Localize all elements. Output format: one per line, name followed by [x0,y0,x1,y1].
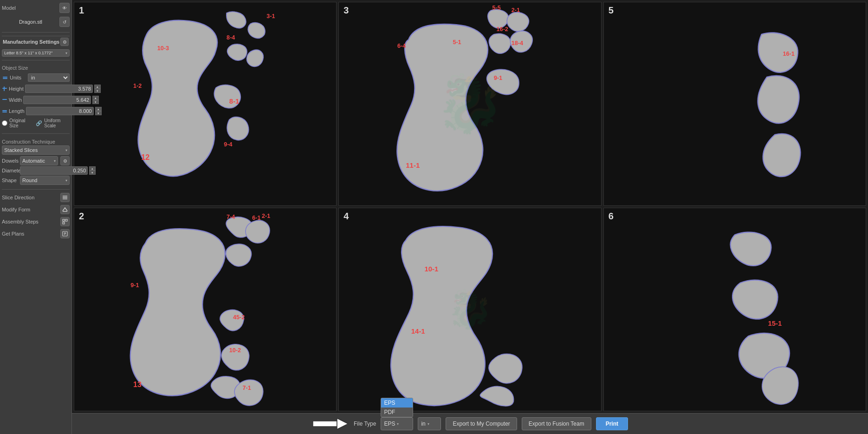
svg-rect-45 [313,421,337,427]
svg-text:12: 12 [141,153,149,161]
width-spin-up[interactable]: ▴ [92,96,99,100]
length-spin-down[interactable]: ▾ [95,111,102,115]
diameter-row: Diameter ▴ ▾ [2,166,70,175]
dowels-label: Dowels [2,158,19,164]
svg-text:18-4: 18-4 [512,40,523,46]
arrow-indicator [312,414,349,433]
model-row: Model 👁 [2,3,70,13]
file-type-label: File Type [354,421,376,427]
svg-text:10-2: 10-2 [229,347,241,354]
model-filename: Dragon.stl [2,19,59,25]
original-size-radio[interactable] [2,120,7,126]
modify-form-btn[interactable] [60,205,70,214]
dowels-dropdown[interactable]: Automatic ▾ [20,156,58,165]
canvas-panel-6[interactable]: 6 15-1 [603,208,866,412]
canvas-panel-3[interactable]: 3 🐉 5-5 2-1 16-2 6-4 5-1 18-4 11-1 9-1 [338,2,601,206]
gear-icon: ⚙ [63,39,67,45]
length-input[interactable] [26,107,94,115]
svg-text:13: 13 [133,380,142,388]
svg-rect-6 [2,112,7,112]
svg-marker-46 [337,418,348,429]
panel-5-svg: 16-1 [604,2,866,205]
file-type-chevron: ▾ [397,422,399,426]
diameter-spin-down[interactable]: ▾ [89,171,96,175]
width-row: Width ▴ ▾ [2,96,70,104]
units-select[interactable]: in mm cm [28,73,70,82]
diameter-input[interactable] [20,166,88,175]
dowels-chevron: ▾ [54,159,56,163]
file-type-dropdown[interactable]: EPS ▾ EPS PDF [381,417,413,430]
construction-section: Construction Technique Stacked Slices ▾ … [2,139,70,186]
mfg-dropdown-value: Letter 8.5" x 11" x 0.1772" [4,51,52,55]
construction-title: Construction Technique [2,139,70,145]
divider-3 [2,133,70,134]
svg-text:16-1: 16-1 [783,51,794,57]
unit-dropdown[interactable]: in ▾ [418,417,441,430]
canvas-panel-5[interactable]: 5 16-1 [603,2,866,206]
svg-text:14-1: 14-1 [411,327,425,335]
height-label: Height [9,86,24,92]
file-type-pdf[interactable]: PDF [381,408,413,417]
panel-6-svg: 15-1 [604,208,866,411]
height-spin-up[interactable]: ▴ [94,85,101,89]
uniform-scale-label: Uniform Scale [44,118,70,128]
height-input[interactable] [25,85,93,93]
stacked-slices-dropdown[interactable]: Stacked Slices ▾ [2,145,70,155]
panel-1-svg: 3-1 10-3 8-4 8-1 12 9-4 1-2 [74,2,336,205]
mfg-dropdown[interactable]: Letter 8.5" x 11" x 0.1772" ▾ [2,49,70,57]
mfg-settings-gear[interactable]: ⚙ [60,38,69,46]
svg-text:9-1: 9-1 [494,75,502,81]
dowels-settings-btn[interactable]: ⚙ [60,156,70,165]
assembly-steps-label: Assembly Steps [2,219,59,224]
assembly-steps-btn[interactable] [60,217,70,226]
get-plans-btn[interactable] [60,229,70,238]
canvas-panel-1[interactable]: 1 3-1 10-3 8-4 8-1 12 9-4 1-2 [74,2,337,206]
svg-text:3-1: 3-1 [266,13,275,20]
dowels-row: Dowels Automatic ▾ ⚙ [2,156,70,165]
print-btn[interactable]: Print [596,417,628,430]
scale-row: Original Size 🔗 Uniform Scale [2,118,70,128]
svg-text:8-1: 8-1 [229,97,240,105]
export-computer-btn[interactable]: Export to My Computer [446,417,517,430]
slice-direction-label: Slice Direction [2,195,59,200]
file-type-btn[interactable]: EPS ▾ [381,417,413,430]
slice-direction-btn[interactable] [60,193,70,202]
panel-6-number: 6 [609,211,614,222]
svg-text:5-1: 5-1 [453,39,461,46]
svg-rect-11 [63,219,65,221]
length-spin-up[interactable]: ▴ [95,107,102,111]
length-spinner: ▴ ▾ [95,107,102,115]
panel-4-number: 4 [343,211,349,222]
panel-4-svg: 10-1 14-1 [339,208,601,411]
file-type-options: EPS PDF [381,398,413,417]
svg-text:1-2: 1-2 [133,83,142,89]
panel-5-number: 5 [609,5,614,16]
modify-form-row: Modify Form [2,205,70,214]
length-row: Length ▴ ▾ [2,107,70,115]
divider-4 [2,189,70,190]
diameter-spin-up[interactable]: ▴ [89,166,96,171]
height-spinner: ▴ ▾ [94,85,101,93]
width-input[interactable] [23,96,91,104]
shape-dropdown[interactable]: Round ▾ [20,176,70,185]
refresh-btn[interactable]: ↺ [59,17,70,27]
eye-icon-btn[interactable]: 👁 [59,3,70,13]
height-spin-down[interactable]: ▾ [94,89,101,93]
get-plans-label: Get Plans [2,231,59,237]
eye-icon: 👁 [62,6,67,11]
export-fusion-btn[interactable]: Export to Fusion Team [522,417,591,430]
file-type-eps[interactable]: EPS [381,398,413,408]
svg-text:10-1: 10-1 [425,264,439,272]
svg-rect-12 [65,219,67,221]
file-type-selected: EPS [384,421,395,427]
svg-rect-1 [3,78,7,79]
shape-label: Shape [2,178,19,183]
shape-chevron: ▾ [65,178,67,183]
canvas-panel-4[interactable]: 4 🐉 10-1 14-1 [338,208,601,412]
length-icon [2,108,7,114]
width-spin-down[interactable]: ▾ [92,100,99,104]
height-icon [2,85,7,92]
unit-value: in [421,421,425,427]
canvas-panel-2[interactable]: 2 7-4 6-1 2-1 9-1 45-2 10-2 1 [74,208,337,412]
mfg-settings-label: Manufacturing Settings [3,39,59,45]
